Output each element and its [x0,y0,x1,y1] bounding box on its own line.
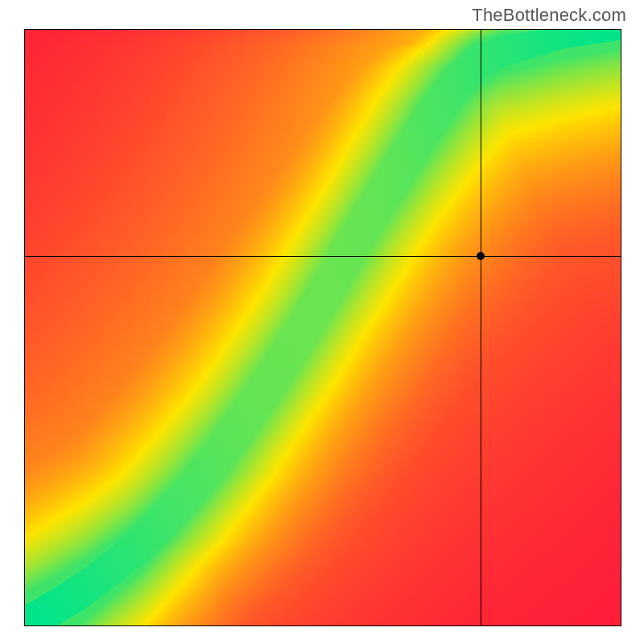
heatmap-canvas [25,30,621,625]
plot-area [24,29,621,626]
chart-container: TheBottleneck.com [0,0,644,644]
attribution-text: TheBottleneck.com [472,5,626,26]
